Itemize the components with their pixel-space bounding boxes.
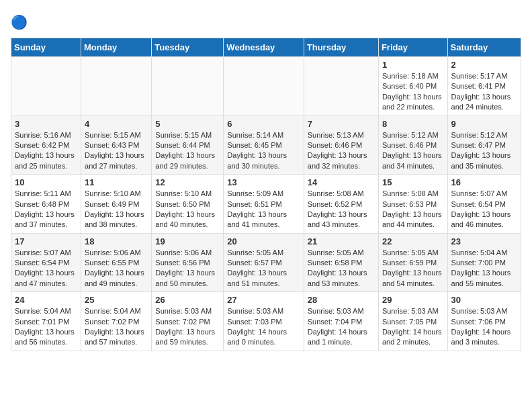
day-number: 6	[227, 119, 300, 129]
week-row-1: 1Sunrise: 5:18 AMSunset: 6:40 PMDaylight…	[11, 57, 521, 116]
header-day-thursday: Thursday	[304, 38, 378, 57]
day-number: 12	[155, 177, 220, 187]
day-info: Sunrise: 5:06 AMSunset: 6:55 PMDaylight:…	[85, 248, 148, 289]
day-number: 1	[382, 60, 444, 70]
calendar-cell: 15Sunrise: 5:08 AMSunset: 6:53 PMDayligh…	[378, 175, 447, 234]
day-info: Sunrise: 5:11 AMSunset: 6:48 PMDaylight:…	[15, 189, 77, 230]
day-info: Sunrise: 5:03 AMSunset: 7:05 PMDaylight:…	[382, 306, 444, 348]
calendar-cell: 3Sunrise: 5:16 AMSunset: 6:42 PMDaylight…	[11, 116, 81, 175]
day-number: 7	[308, 119, 375, 129]
calendar-cell: 29Sunrise: 5:03 AMSunset: 7:05 PMDayligh…	[378, 292, 447, 351]
day-info: Sunrise: 5:10 AMSunset: 6:50 PMDaylight:…	[155, 189, 220, 230]
day-info: Sunrise: 5:04 AMSunset: 7:00 PMDaylight:…	[451, 248, 517, 289]
day-number: 2	[451, 60, 517, 70]
calendar-cell: 30Sunrise: 5:03 AMSunset: 7:06 PMDayligh…	[447, 292, 521, 351]
logo: 🔵	[11, 13, 32, 32]
day-number: 24	[15, 295, 77, 305]
day-number: 17	[15, 236, 77, 246]
calendar-cell: 28Sunrise: 5:03 AMSunset: 7:04 PMDayligh…	[304, 292, 378, 351]
day-number: 28	[308, 295, 375, 305]
svg-text:🔵: 🔵	[11, 14, 28, 30]
calendar-cell: 26Sunrise: 5:03 AMSunset: 7:02 PMDayligh…	[152, 292, 224, 351]
calendar-cell: 24Sunrise: 5:04 AMSunset: 7:01 PMDayligh…	[11, 292, 81, 351]
day-number: 29	[382, 295, 444, 305]
calendar-cell: 13Sunrise: 5:09 AMSunset: 6:51 PMDayligh…	[224, 175, 304, 234]
header: 🔵	[11, 11, 521, 32]
calendar-table: SundayMondayTuesdayWednesdayThursdayFrid…	[11, 38, 521, 351]
day-info: Sunrise: 5:17 AMSunset: 6:41 PMDaylight:…	[451, 71, 517, 113]
day-number: 10	[15, 177, 77, 187]
day-info: Sunrise: 5:03 AMSunset: 7:06 PMDaylight:…	[451, 306, 517, 348]
calendar-cell: 10Sunrise: 5:11 AMSunset: 6:48 PMDayligh…	[11, 175, 81, 234]
day-number: 14	[308, 177, 375, 187]
header-day-monday: Monday	[81, 38, 152, 57]
day-number: 9	[451, 119, 517, 129]
calendar-cell: 14Sunrise: 5:08 AMSunset: 6:52 PMDayligh…	[304, 175, 378, 234]
header-day-friday: Friday	[378, 38, 447, 57]
day-number: 11	[85, 177, 148, 187]
day-info: Sunrise: 5:18 AMSunset: 6:40 PMDaylight:…	[382, 71, 444, 113]
day-number: 30	[451, 295, 517, 305]
calendar-cell: 1Sunrise: 5:18 AMSunset: 6:40 PMDaylight…	[378, 57, 447, 116]
day-info: Sunrise: 5:12 AMSunset: 6:46 PMDaylight:…	[382, 130, 444, 172]
calendar-cell	[152, 57, 224, 116]
day-info: Sunrise: 5:04 AMSunset: 7:01 PMDaylight:…	[15, 306, 77, 348]
header-day-tuesday: Tuesday	[152, 38, 224, 57]
day-info: Sunrise: 5:16 AMSunset: 6:42 PMDaylight:…	[15, 130, 77, 172]
calendar-cell: 8Sunrise: 5:12 AMSunset: 6:46 PMDaylight…	[378, 116, 447, 175]
calendar-cell	[81, 57, 152, 116]
day-info: Sunrise: 5:08 AMSunset: 6:53 PMDaylight:…	[382, 189, 444, 230]
calendar-cell: 27Sunrise: 5:03 AMSunset: 7:03 PMDayligh…	[224, 292, 304, 351]
day-info: Sunrise: 5:12 AMSunset: 6:47 PMDaylight:…	[451, 130, 517, 172]
day-info: Sunrise: 5:03 AMSunset: 7:03 PMDaylight:…	[227, 306, 300, 348]
header-row: SundayMondayTuesdayWednesdayThursdayFrid…	[11, 38, 521, 57]
day-info: Sunrise: 5:08 AMSunset: 6:52 PMDaylight:…	[308, 189, 375, 230]
calendar-cell	[224, 57, 304, 116]
calendar-cell: 25Sunrise: 5:04 AMSunset: 7:02 PMDayligh…	[81, 292, 152, 351]
header-day-sunday: Sunday	[11, 38, 81, 57]
day-number: 15	[382, 177, 444, 187]
day-info: Sunrise: 5:10 AMSunset: 6:49 PMDaylight:…	[85, 189, 148, 230]
calendar-cell: 18Sunrise: 5:06 AMSunset: 6:55 PMDayligh…	[81, 233, 152, 292]
day-number: 20	[227, 236, 300, 246]
calendar-cell: 19Sunrise: 5:06 AMSunset: 6:56 PMDayligh…	[152, 233, 224, 292]
day-number: 23	[451, 236, 517, 246]
week-row-3: 10Sunrise: 5:11 AMSunset: 6:48 PMDayligh…	[11, 175, 521, 234]
calendar-cell	[304, 57, 378, 116]
day-info: Sunrise: 5:14 AMSunset: 6:45 PMDaylight:…	[227, 130, 300, 172]
day-number: 16	[451, 177, 517, 187]
week-row-2: 3Sunrise: 5:16 AMSunset: 6:42 PMDaylight…	[11, 116, 521, 175]
day-number: 18	[85, 236, 148, 246]
day-number: 4	[85, 119, 148, 129]
header-day-saturday: Saturday	[447, 38, 521, 57]
day-number: 25	[85, 295, 148, 305]
week-row-5: 24Sunrise: 5:04 AMSunset: 7:01 PMDayligh…	[11, 292, 521, 351]
day-number: 13	[227, 177, 300, 187]
calendar-cell: 2Sunrise: 5:17 AMSunset: 6:41 PMDaylight…	[447, 57, 521, 116]
day-number: 19	[155, 236, 220, 246]
day-info: Sunrise: 5:07 AMSunset: 6:54 PMDaylight:…	[15, 248, 77, 289]
day-number: 26	[155, 295, 220, 305]
day-number: 3	[15, 119, 77, 129]
calendar-cell	[11, 57, 81, 116]
day-info: Sunrise: 5:15 AMSunset: 6:44 PMDaylight:…	[155, 130, 220, 172]
day-info: Sunrise: 5:05 AMSunset: 6:58 PMDaylight:…	[308, 248, 375, 289]
calendar-cell: 22Sunrise: 5:05 AMSunset: 6:59 PMDayligh…	[378, 233, 447, 292]
day-number: 21	[308, 236, 375, 246]
calendar-body: 1Sunrise: 5:18 AMSunset: 6:40 PMDaylight…	[11, 57, 521, 351]
day-info: Sunrise: 5:07 AMSunset: 6:54 PMDaylight:…	[451, 189, 517, 230]
week-row-4: 17Sunrise: 5:07 AMSunset: 6:54 PMDayligh…	[11, 233, 521, 292]
calendar-cell: 9Sunrise: 5:12 AMSunset: 6:47 PMDaylight…	[447, 116, 521, 175]
day-info: Sunrise: 5:09 AMSunset: 6:51 PMDaylight:…	[227, 189, 300, 230]
calendar-cell: 7Sunrise: 5:13 AMSunset: 6:46 PMDaylight…	[304, 116, 378, 175]
calendar-cell: 5Sunrise: 5:15 AMSunset: 6:44 PMDaylight…	[152, 116, 224, 175]
calendar-cell: 17Sunrise: 5:07 AMSunset: 6:54 PMDayligh…	[11, 233, 81, 292]
calendar-cell: 23Sunrise: 5:04 AMSunset: 7:00 PMDayligh…	[447, 233, 521, 292]
calendar-cell: 21Sunrise: 5:05 AMSunset: 6:58 PMDayligh…	[304, 233, 378, 292]
calendar-cell: 16Sunrise: 5:07 AMSunset: 6:54 PMDayligh…	[447, 175, 521, 234]
day-info: Sunrise: 5:05 AMSunset: 6:59 PMDaylight:…	[382, 248, 444, 289]
calendar-cell: 12Sunrise: 5:10 AMSunset: 6:50 PMDayligh…	[152, 175, 224, 234]
day-number: 8	[382, 119, 444, 129]
calendar-cell: 11Sunrise: 5:10 AMSunset: 6:49 PMDayligh…	[81, 175, 152, 234]
day-info: Sunrise: 5:15 AMSunset: 6:43 PMDaylight:…	[85, 130, 148, 172]
